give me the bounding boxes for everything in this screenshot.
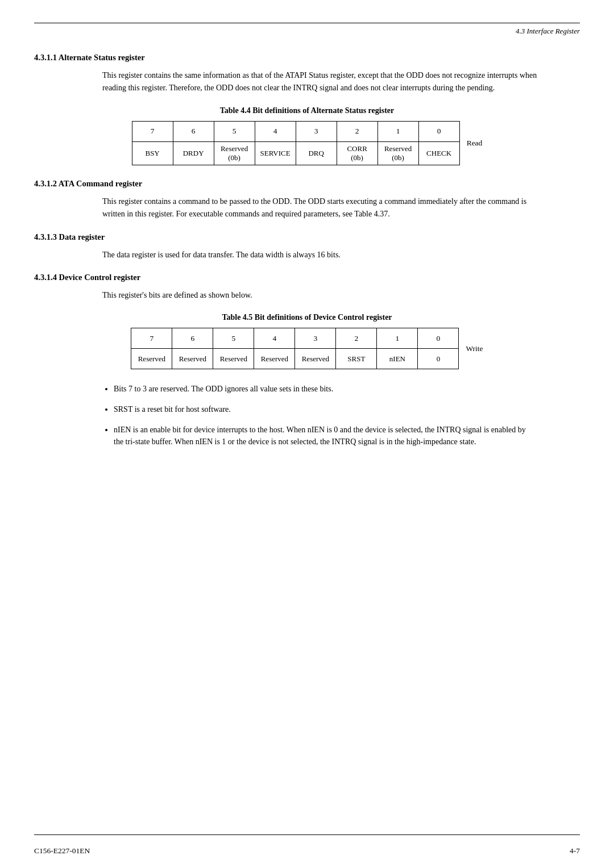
table-4.5: 7 6 5 4 3 2 1 0 Reserved Reserved Reserv… [131, 328, 459, 369]
table-4.5-data-row: Reserved Reserved Reserved Reserved Rese… [131, 349, 459, 369]
bullet-item-2: SRST is a reset bit for host software. [114, 403, 534, 416]
col-header-0: 0 [418, 121, 459, 141]
bullet-list-4314: Bits 7 to 3 are reserved. The ODD ignore… [114, 383, 534, 448]
section-heading-4314: 4.3.1.4 Device Control register [34, 273, 580, 282]
col-header-1: 1 [377, 121, 418, 141]
col-header-2: 2 [337, 121, 377, 141]
table-4.4-header-row: 7 6 5 4 3 2 1 0 [132, 121, 459, 141]
col2-header-2: 2 [336, 328, 377, 349]
cell2-reserved-4: Reserved [254, 349, 295, 369]
table-4.5-header-row: 7 6 5 4 3 2 1 0 [131, 328, 459, 349]
col2-header-4: 4 [254, 328, 295, 349]
table-4.4-wrapper: 7 6 5 4 3 2 1 0 BSY DRDY Reserved(0b) SE… [34, 121, 580, 165]
col2-header-1: 1 [377, 328, 418, 349]
section-4311-para: This register contains the same informat… [102, 69, 546, 95]
section-heading-4311: 4.3.1.1 Alternate Status register [34, 53, 580, 62]
bullet-item-3: nIEN is an enable bit for device interru… [114, 424, 534, 448]
cell2-reserved-6: Reserved [172, 349, 213, 369]
cell2-reserved-5: Reserved [213, 349, 254, 369]
cell-drdy: DRDY [173, 141, 214, 165]
footer-line [34, 834, 580, 835]
cell2-reserved-7: Reserved [131, 349, 172, 369]
table-4.5-wrapper: 7 6 5 4 3 2 1 0 Reserved Reserved Reserv… [34, 328, 580, 369]
col-header-4: 4 [255, 121, 296, 141]
table-4.4: 7 6 5 4 3 2 1 0 BSY DRDY Reserved(0b) SE… [132, 121, 460, 165]
cell-drq: DRQ [296, 141, 337, 165]
table-4.5-caption: Table 4.5 Bit definitions of Device Cont… [34, 313, 580, 322]
cell2-zero: 0 [418, 349, 459, 369]
cell2-reserved-3: Reserved [295, 349, 336, 369]
col2-header-6: 6 [172, 328, 213, 349]
cell-reserved-5: Reserved(0b) [214, 141, 255, 165]
col2-header-0: 0 [418, 328, 459, 349]
header-line [34, 23, 580, 23]
col2-header-7: 7 [131, 328, 172, 349]
cell-check: CHECK [418, 141, 459, 165]
col2-header-3: 3 [295, 328, 336, 349]
footer-right: 4-7 [570, 846, 580, 856]
cell2-srst: SRST [336, 349, 377, 369]
cell-reserved-1: Reserved(0b) [377, 141, 418, 165]
col-header-6: 6 [173, 121, 214, 141]
section-4314-para: This register's bits are defined as show… [102, 289, 546, 302]
cell2-nien: nIEN [377, 349, 418, 369]
table-4.4-access: Read [460, 139, 483, 148]
footer: C156-E227-01EN 4-7 [0, 846, 614, 856]
page: 4.3 Interface Register 4.3.1.1 Alternate… [0, 0, 614, 868]
table-4.4-data-row: BSY DRDY Reserved(0b) SERVICE DRQ CORR(0… [132, 141, 459, 165]
bullet-item-1: Bits 7 to 3 are reserved. The ODD ignore… [114, 383, 534, 395]
section-heading-4313: 4.3.1.3 Data register [34, 232, 580, 242]
section-4312-para: This register contains a command to be p… [102, 195, 546, 221]
table-4.5-access: Write [459, 344, 483, 353]
cell-service: SERVICE [255, 141, 296, 165]
col-header-7: 7 [132, 121, 173, 141]
section-heading-4312: 4.3.1.2 ATA Command register [34, 179, 580, 189]
col-header-5: 5 [214, 121, 255, 141]
header-section: 4.3 Interface Register [0, 27, 614, 36]
section-4313-para: The data register is used for data trans… [102, 249, 546, 261]
col2-header-5: 5 [213, 328, 254, 349]
col-header-3: 3 [296, 121, 337, 141]
table-4.4-caption: Table 4.4 Bit definitions of Alternate S… [34, 106, 580, 115]
cell-bsy: BSY [132, 141, 173, 165]
cell-corr: CORR(0b) [337, 141, 377, 165]
footer-left: C156-E227-01EN [34, 846, 90, 856]
main-content: 4.3.1.1 Alternate Status register This r… [0, 53, 614, 448]
